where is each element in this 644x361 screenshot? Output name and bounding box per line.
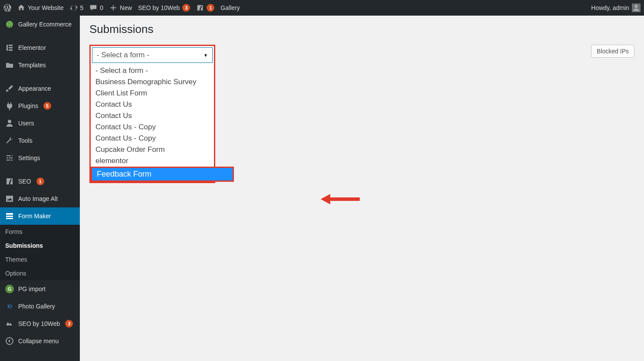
admin-bar-left: Your Website 5 0 New SEO by 10Web 3 1 Ga… xyxy=(3,4,591,12)
sidebar-item-appearance[interactable]: Appearance xyxy=(0,80,80,97)
sidebar-item-users[interactable]: Users xyxy=(0,115,80,132)
toolbar-row: - Select a form - ▼ - Select a form - Bu… xyxy=(89,45,634,62)
account-link[interactable]: Howdy, admin xyxy=(591,3,641,12)
image-icon xyxy=(5,194,14,203)
chevron-down-icon: ▼ xyxy=(204,53,208,58)
form-select[interactable]: - Select a form - ▼ xyxy=(92,47,213,63)
plugins-badge: 5 xyxy=(43,102,51,110)
form-option-highlighted-container: Feedback Form xyxy=(91,167,214,182)
comments-link[interactable]: 0 xyxy=(89,4,103,12)
sub-item-forms[interactable]: Forms xyxy=(0,225,80,239)
yoast-seo-icon xyxy=(5,177,14,186)
sub-item-themes[interactable]: Themes xyxy=(0,253,80,266)
seo-10web-badge: 3 xyxy=(182,4,190,12)
sidebar-item-seo-10web[interactable]: SEO by 10Web 3 xyxy=(0,315,80,332)
new-label: New xyxy=(120,4,132,11)
sidebar-item-seo[interactable]: SEO 1 xyxy=(0,173,80,190)
seo-10web-link[interactable]: SEO by 10Web 3 xyxy=(138,4,190,12)
form-maker-submenu: Forms Submissions Themes Options xyxy=(0,225,80,280)
photo-gallery-icon: IO xyxy=(5,302,14,311)
comments-count: 0 xyxy=(100,4,103,11)
refresh-icon xyxy=(70,4,78,12)
home-icon xyxy=(17,4,25,12)
seo-badge: 1 xyxy=(36,177,44,185)
folder-icon xyxy=(5,61,14,69)
blocked-ips-button[interactable]: Blocked IPs xyxy=(591,45,634,58)
seo-10web-label: SEO by 10Web xyxy=(138,4,180,11)
updates-count: 5 xyxy=(80,4,84,11)
sidebar-label: Settings xyxy=(18,154,40,161)
avatar xyxy=(632,3,641,12)
user-icon xyxy=(632,4,640,12)
sidebar-label: PG import xyxy=(18,286,46,292)
sidebar-label: Plugins xyxy=(18,102,38,109)
sidebar-item-settings[interactable]: Settings xyxy=(0,149,80,167)
sidebar-item-tools[interactable]: Tools xyxy=(0,132,80,149)
site-link[interactable]: Your Website xyxy=(17,4,64,12)
elementor-icon xyxy=(5,43,14,52)
admin-bar: Your Website 5 0 New SEO by 10Web 3 1 Ga… xyxy=(0,0,644,16)
sidebar-label: Auto Image Alt xyxy=(18,195,58,202)
form-option[interactable]: Cupcake Order Form xyxy=(92,144,213,155)
yoast-icon xyxy=(196,4,204,12)
sidebar-label: Templates xyxy=(18,62,46,69)
page-title: Submissions xyxy=(89,23,634,36)
menu-separator xyxy=(0,74,80,80)
select-highlight-box: - Select a form - ▼ - Select a form - Bu… xyxy=(89,45,215,183)
annotation-arrow xyxy=(321,193,360,206)
menu-separator xyxy=(0,33,80,39)
form-select-value: - Select a form - xyxy=(97,51,149,59)
updates-link[interactable]: 5 xyxy=(70,4,84,12)
sidebar-item-photo-gallery[interactable]: IO Photo Gallery xyxy=(0,298,80,315)
sidebar-label: Form Maker xyxy=(18,213,51,220)
wordpress-icon xyxy=(3,4,11,12)
wp-logo[interactable] xyxy=(3,4,11,12)
sliders-icon xyxy=(5,154,14,162)
pg-import-icon: G xyxy=(5,285,14,293)
body-row: Gallery Ecommerce Elementor Templates Ap… xyxy=(0,16,644,361)
wrench-icon xyxy=(5,136,14,145)
yoast-badge: 1 xyxy=(207,4,214,12)
sidebar-label: Appearance xyxy=(18,85,51,92)
form-option-highlight-box: Feedback Form xyxy=(91,167,234,182)
form-option[interactable]: Contact Us xyxy=(92,110,213,121)
form-option[interactable]: elementor xyxy=(92,155,213,167)
form-option[interactable]: Contact Us - Copy xyxy=(92,121,213,133)
seo-10web-icon xyxy=(5,319,14,328)
users-icon xyxy=(5,119,14,128)
new-link[interactable]: New xyxy=(109,4,132,12)
form-icon xyxy=(5,212,14,220)
sidebar-item-elementor[interactable]: Elementor xyxy=(0,39,80,56)
gallery-link[interactable]: Gallery xyxy=(220,4,240,11)
sidebar-item-pg-import[interactable]: G PG import xyxy=(0,280,80,298)
sidebar-item-templates[interactable]: Templates xyxy=(0,56,80,74)
sidebar-label: Gallery Ecommerce xyxy=(18,21,72,28)
admin-sidebar: Gallery Ecommerce Elementor Templates Ap… xyxy=(0,16,80,361)
form-option-highlighted[interactable]: Feedback Form xyxy=(92,168,233,180)
sidebar-item-form-maker[interactable]: Form Maker xyxy=(0,207,80,225)
form-option[interactable]: - Select a form - xyxy=(92,65,213,76)
sidebar-label: Photo Gallery xyxy=(18,303,55,310)
seo-10web-badge: 3 xyxy=(65,320,73,328)
greeting-label: Howdy, admin xyxy=(591,4,629,11)
yoast-link[interactable]: 1 xyxy=(196,4,214,12)
plus-icon xyxy=(109,4,117,12)
sidebar-item-gallery-ecommerce[interactable]: Gallery Ecommerce xyxy=(0,16,80,33)
gallery-label: Gallery xyxy=(220,4,240,11)
sidebar-label: Elementor xyxy=(18,44,46,51)
sidebar-item-auto-image-alt[interactable]: Auto Image Alt xyxy=(0,190,80,207)
comment-icon xyxy=(89,4,97,12)
sidebar-label: Collapse menu xyxy=(18,338,59,345)
sub-item-options[interactable]: Options xyxy=(0,266,80,280)
form-option[interactable]: Client List Form xyxy=(92,88,213,99)
menu-separator xyxy=(0,167,80,173)
form-option[interactable]: Contact Us xyxy=(92,99,213,110)
sidebar-item-collapse[interactable]: Collapse menu xyxy=(0,332,80,350)
main-content: Submissions - Select a form - ▼ - Select… xyxy=(80,16,644,361)
plugin-icon xyxy=(5,102,14,110)
form-option[interactable]: Contact Us - Copy xyxy=(92,133,213,144)
form-option[interactable]: Business Demographic Survey xyxy=(92,76,213,88)
sidebar-label: Tools xyxy=(18,137,33,144)
sidebar-item-plugins[interactable]: Plugins 5 xyxy=(0,97,80,115)
sub-item-submissions[interactable]: Submissions xyxy=(0,239,80,253)
